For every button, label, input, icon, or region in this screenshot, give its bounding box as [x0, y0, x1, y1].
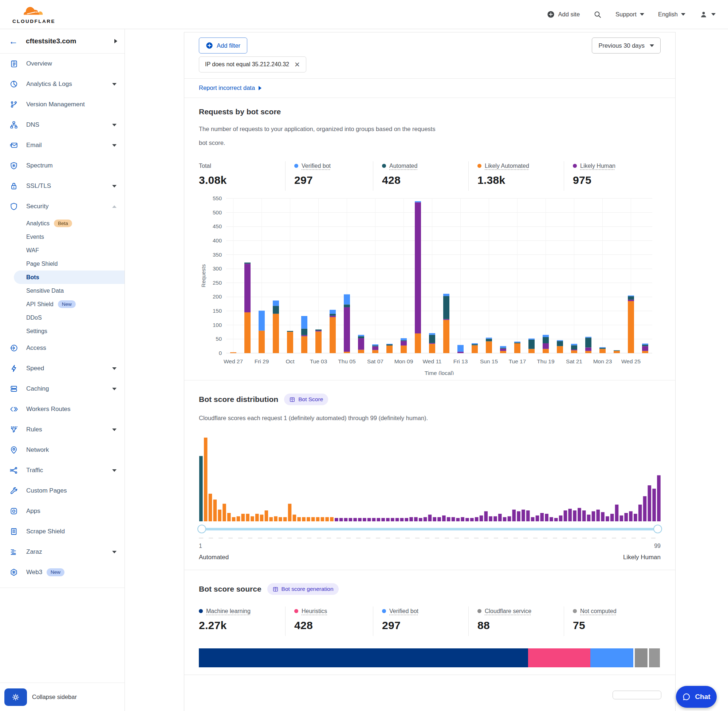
workers-icon: [9, 405, 18, 413]
stat-value: 428: [382, 174, 468, 186]
sidebar-item-bots[interactable]: Bots: [14, 270, 124, 284]
sidebar-item-rules[interactable]: Rules: [0, 419, 124, 440]
slider-max-value: 99: [623, 543, 661, 549]
add-site-button[interactable]: Add site: [547, 10, 580, 18]
add-filter-button[interactable]: Add filter: [199, 37, 247, 53]
filter-chips: IP does not equal 35.212.240.32 ✕: [199, 56, 661, 72]
svg-text:Time (local): Time (local): [425, 370, 454, 375]
sidebar-item-overview[interactable]: Overview: [0, 53, 124, 74]
analytics-icon: [9, 80, 18, 89]
sidebar-item-security[interactable]: Security: [0, 196, 124, 217]
search-button[interactable]: [594, 10, 602, 19]
sidebar-item-scrape-shield[interactable]: Scrape Shield: [0, 521, 124, 542]
report-section: Report incorrect data: [184, 78, 675, 97]
sidebar-item-traffic[interactable]: Traffic: [0, 460, 124, 481]
lock-icon: [9, 181, 18, 190]
legend-dot-icon: [294, 609, 298, 613]
sidebar-item-ssl-tls[interactable]: SSL/TLS: [0, 176, 124, 196]
email-icon: [9, 141, 18, 150]
sidebar-item-speed[interactable]: Speed: [0, 358, 124, 379]
site-name: cftestsite3.com: [26, 37, 114, 45]
chevron-down-icon: [112, 185, 117, 187]
sidebar-item-ddos[interactable]: DDoS: [0, 311, 124, 325]
sidebar-item-caching[interactable]: Caching: [0, 379, 124, 399]
svg-text:Mon 23: Mon 23: [593, 358, 612, 364]
sidebar-item-version-management[interactable]: Version Management: [0, 94, 124, 115]
speed-icon: [9, 364, 18, 373]
language-label: English: [658, 11, 678, 18]
sidebar-item-sensitive-data[interactable]: Sensitive Data: [0, 284, 124, 298]
add-filter-label: Add filter: [217, 42, 240, 49]
date-range-button[interactable]: Previous 30 days: [592, 37, 661, 53]
svg-text:Sun 15: Sun 15: [480, 358, 498, 364]
stat-value: 3.08k: [199, 174, 285, 186]
slider-ticks: [199, 538, 661, 538]
sidebar-item-events[interactable]: Events: [0, 230, 124, 243]
stat-label: Cloudflare service: [485, 608, 532, 614]
cloudflare-logo[interactable]: CLOUDFLARE: [12, 5, 55, 24]
chevron-down-icon: [112, 388, 117, 390]
back-arrow-icon[interactable]: ←: [9, 37, 18, 46]
requests-chart-svg: 050100150200250300350400450500550Wed 27F…: [199, 193, 662, 375]
sidebar-item-workers-routes[interactable]: Workers Routes: [0, 399, 124, 419]
settings-gear-button[interactable]: [4, 689, 27, 706]
requests-chart: 050100150200250300350400450500550Wed 27F…: [199, 193, 661, 375]
stat-label: Heuristics: [301, 608, 327, 614]
stat-label: Total: [199, 163, 211, 169]
account-menu[interactable]: [699, 10, 716, 19]
svg-text:250: 250: [213, 280, 222, 286]
stat-cloudflare-service: Cloudflare service88: [468, 606, 564, 636]
remove-filter-icon[interactable]: ✕: [294, 61, 300, 68]
sidebar-item-label: Analytics & Logs: [26, 80, 72, 88]
histogram-labels: 1 Automated 99 Likely Human: [199, 543, 661, 561]
overview-icon: [9, 59, 18, 68]
slider-track[interactable]: [199, 528, 660, 530]
chevron-right-icon: [114, 39, 117, 43]
sidebar-item-analytics[interactable]: AnalyticsBeta: [0, 217, 124, 230]
sidebar-item-access[interactable]: Access: [0, 338, 124, 358]
sidebar-item-waf[interactable]: WAF: [0, 243, 124, 257]
bot-score-generation-badge[interactable]: Bot score generation: [267, 583, 339, 595]
sidebar-item-spectrum[interactable]: Spectrum: [0, 155, 124, 176]
access-icon: [9, 344, 18, 353]
sidebar-item-settings[interactable]: Settings: [0, 325, 124, 338]
site-selector[interactable]: ← cftestsite3.com: [0, 29, 124, 53]
slider-handle-max[interactable]: [653, 525, 662, 533]
language-menu[interactable]: English: [658, 11, 685, 18]
scrape-icon: [9, 527, 18, 536]
web3-icon: [9, 568, 18, 577]
sidebar-item-dns[interactable]: DNS: [0, 115, 124, 135]
legend-dot-icon: [294, 164, 298, 168]
plus-circle-icon: [547, 10, 555, 18]
svg-text:50: 50: [216, 336, 222, 342]
svg-text:Fri 13: Fri 13: [453, 358, 468, 364]
sidebar-item-label: Rules: [26, 426, 42, 433]
next-range-button-partial[interactable]: [613, 690, 662, 699]
ip-filter-chip[interactable]: IP does not equal 35.212.240.32 ✕: [199, 56, 306, 72]
collapse-sidebar-label[interactable]: Collapse sidebar: [32, 693, 77, 701]
support-menu[interactable]: Support: [616, 11, 644, 18]
traffic-icon: [9, 466, 18, 475]
chat-button[interactable]: Chat: [676, 686, 717, 708]
source-bar: [199, 648, 660, 667]
sidebar-item-email[interactable]: Email: [0, 135, 124, 155]
sidebar-item-apps[interactable]: Apps: [0, 501, 124, 521]
sidebar-item-custom-pages[interactable]: Custom Pages: [0, 481, 124, 501]
sidebar-item-label: Zaraz: [26, 548, 42, 556]
report-incorrect-data-link[interactable]: Report incorrect data: [199, 84, 261, 91]
sidebar-item-zaraz[interactable]: Zaraz: [0, 542, 124, 562]
slider-min-caption: Automated: [199, 554, 229, 561]
sidebar-item-api-shield[interactable]: API ShieldNew: [0, 298, 124, 311]
svg-text:Wed 11: Wed 11: [423, 358, 442, 364]
sidebar-item-page-shield[interactable]: Page Shield: [0, 257, 124, 270]
bot-score-badge[interactable]: Bot Score: [284, 394, 328, 405]
stat-value: 428: [294, 619, 373, 631]
chat-bubble-icon: [682, 692, 691, 701]
sidebar-item-web3[interactable]: Web3New: [0, 562, 124, 583]
sidebar-item-network[interactable]: Network: [0, 440, 124, 460]
sidebar-item-analytics-logs[interactable]: Analytics & Logs: [0, 74, 124, 94]
slider-handle-min[interactable]: [197, 525, 206, 533]
svg-text:Oct: Oct: [285, 358, 295, 364]
sidebar-item-label: DDoS: [26, 314, 42, 321]
sidebar-item-label: Settings: [26, 328, 47, 335]
